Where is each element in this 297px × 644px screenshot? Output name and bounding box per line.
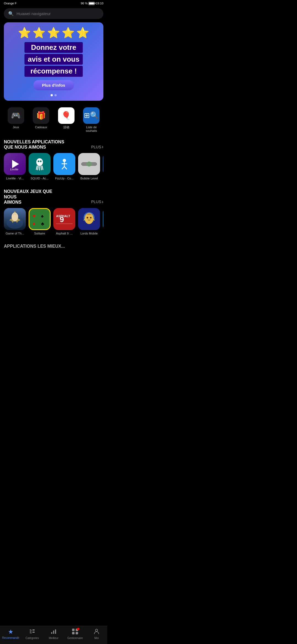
new-apps-section: NOUVELLES APPLICATIONS QUE NOUS AIMONS P… xyxy=(0,137,107,182)
new-games-more[interactable]: PLUS xyxy=(91,199,103,205)
wishlist-label: Liste de souhaits xyxy=(86,125,97,133)
app-got[interactable]: Game of Th... xyxy=(4,208,26,235)
app-bubble[interactable]: Bubble Level xyxy=(78,153,100,180)
svg-text:LiveMe: LiveMe xyxy=(10,168,19,171)
gifts-label: Cadeaux xyxy=(35,125,47,129)
new-games-section: NOUVEAUX JEUX QUE NOUS AIMONS PLUS xyxy=(0,187,107,237)
search-input[interactable] xyxy=(16,11,99,16)
dot-1 xyxy=(51,94,53,96)
svg-point-38 xyxy=(87,217,88,219)
lords-icon xyxy=(78,208,100,230)
svg-text:9: 9 xyxy=(60,215,64,224)
svg-line-9 xyxy=(42,166,43,170)
app-liveme[interactable]: LiveMe LiveMe - Vi... xyxy=(4,153,26,180)
svg-line-6 xyxy=(38,166,38,170)
svg-text:♦: ♦ xyxy=(33,221,35,227)
asphalt-icon: ASPHALT 9 xyxy=(53,208,75,230)
banner-stars: ⭐ ⭐ ⭐ ⭐ ⭐ xyxy=(18,27,90,39)
new-apps-title: NOUVELLES APPLICATIONS QUE NOUS AIMONS xyxy=(4,139,64,150)
squid-name: SQUID - Ac... xyxy=(31,177,49,180)
app-fizzup[interactable]: FizzUp - Co... xyxy=(53,153,75,180)
categories: 🎮 Jeux 🎁 Cadeaux 🎈 活动 ⊞🔍 Liste de souhai… xyxy=(0,105,107,137)
carrier-text: Orange F xyxy=(4,2,16,5)
banner-button[interactable]: Plus d'infos xyxy=(33,80,74,90)
wishlist-icon: ⊞🔍 xyxy=(83,107,100,124)
new-games-header: NOUVEAUX JEUX QUE NOUS AIMONS PLUS xyxy=(4,189,103,205)
svg-point-17 xyxy=(88,163,90,165)
svg-point-4 xyxy=(40,160,42,162)
status-right: 96 % 19:10 xyxy=(81,2,103,5)
solitaire-icon: ♥ ♠ ♦ ♣ xyxy=(29,208,51,230)
bingo-icon xyxy=(103,153,103,175)
bubble-name: Bubble Level xyxy=(80,177,98,180)
activities-label: 活动 xyxy=(63,125,69,129)
new-games-title: NOUVEAUX JEUX QUE NOUS AIMONS xyxy=(4,189,64,205)
category-games[interactable]: 🎮 Jeux xyxy=(4,107,28,133)
new-apps-row: LiveMe LiveMe - Vi... xyxy=(4,153,103,182)
svg-point-39 xyxy=(90,217,92,219)
category-gifts[interactable]: 🎁 Cadeaux xyxy=(29,107,53,133)
app-bingo[interactable]: Bingo sh... xyxy=(103,153,103,180)
svg-line-14 xyxy=(64,167,67,169)
svg-text:♣: ♣ xyxy=(41,221,44,227)
time-text: 19:10 xyxy=(96,2,103,5)
new-apps-header: NOUVELLES APPLICATIONS QUE NOUS AIMONS P… xyxy=(4,139,103,150)
new-apps-more[interactable]: PLUS xyxy=(91,144,103,150)
app-lords[interactable]: Lords Mobile xyxy=(78,208,100,235)
bubble-icon xyxy=(78,153,100,175)
got-icon xyxy=(4,208,26,230)
svg-point-3 xyxy=(38,160,39,162)
battery-icon xyxy=(89,2,95,5)
partial-section: APPLICATIONS LES MIEUX... xyxy=(0,242,107,249)
app-squid[interactable]: SQUID - Ac... xyxy=(29,153,51,180)
search-bar[interactable]: 🔍 xyxy=(4,8,103,19)
fizzup-icon xyxy=(53,153,75,175)
got-name: Game of Th... xyxy=(6,232,24,235)
puzzles-icon xyxy=(103,208,103,230)
gifts-icon: 🎁 xyxy=(33,107,49,124)
svg-marker-0 xyxy=(12,160,19,168)
svg-line-5 xyxy=(36,166,37,170)
partial-title: APPLICATIONS LES MIEUX... xyxy=(4,244,103,249)
new-games-row: Game of Th... ♥ ♠ ♦ ♣ Solitaire xyxy=(4,208,103,237)
status-bar: Orange F 96 % 19:10 xyxy=(0,0,107,6)
app-puzzles[interactable]: Puzzles xyxy=(103,208,103,235)
svg-text:♠: ♠ xyxy=(41,213,44,219)
banner: ⭐ ⭐ ⭐ ⭐ ⭐ Donnez votre avis et on vous r… xyxy=(4,22,103,101)
svg-line-8 xyxy=(41,166,42,170)
activities-icon: 🎈 xyxy=(58,107,75,124)
category-activities[interactable]: 🎈 活动 xyxy=(54,107,78,133)
svg-point-2 xyxy=(36,158,43,166)
banner-dots xyxy=(51,94,57,96)
search-icon: 🔍 xyxy=(8,11,14,16)
svg-rect-40 xyxy=(103,208,103,230)
fizzup-name: FizzUp - Co... xyxy=(55,177,73,180)
lords-name: Lords Mobile xyxy=(81,232,98,235)
banner-text: Donnez votre avis et on vous récompense … xyxy=(24,41,83,77)
liveme-icon: LiveMe xyxy=(4,153,26,175)
asphalt-name: Asphalt 9: ... xyxy=(56,232,73,235)
svg-rect-31 xyxy=(55,209,74,229)
games-icon: 🎮 xyxy=(8,107,24,124)
svg-text:♥: ♥ xyxy=(33,213,36,219)
app-solitaire[interactable]: ♥ ♠ ♦ ♣ Solitaire xyxy=(29,208,51,235)
squid-icon xyxy=(29,153,51,175)
battery-percent: 96 % xyxy=(81,2,87,5)
dot-2 xyxy=(54,94,57,96)
category-wishlist[interactable]: ⊞🔍 Liste de souhaits xyxy=(79,107,104,133)
solitaire-name: Solitaire xyxy=(34,232,45,235)
liveme-name: LiveMe - Vi... xyxy=(6,177,24,180)
app-asphalt[interactable]: ASPHALT 9 Asphalt 9: ... xyxy=(53,208,75,235)
games-label: Jeux xyxy=(13,125,19,129)
svg-point-10 xyxy=(63,159,66,162)
svg-line-13 xyxy=(62,167,64,169)
